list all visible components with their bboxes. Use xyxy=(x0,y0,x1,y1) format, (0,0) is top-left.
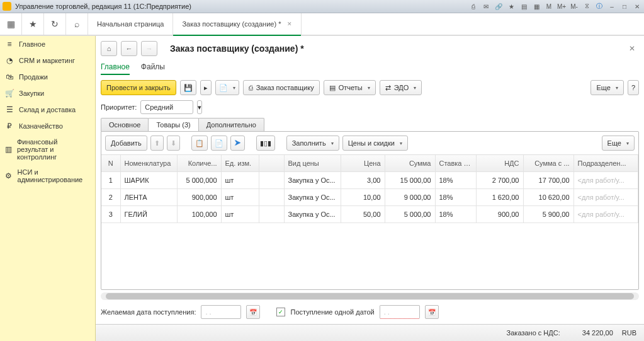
order-supplier-button[interactable]: ⎙Заказ поставщику xyxy=(243,80,320,95)
maximize-icon[interactable]: □ xyxy=(620,2,629,11)
col-sum[interactable]: Сумма xyxy=(385,155,435,172)
copy-button[interactable]: 📋 xyxy=(191,136,208,151)
post-icon: ▸ xyxy=(204,84,208,92)
sidebar-item-treasury[interactable]: ₽Казначейство xyxy=(0,118,95,134)
total-label: Заказано с НДС: xyxy=(507,329,560,337)
sidebar-item-crm[interactable]: ◔CRM и маркетинг xyxy=(0,52,95,69)
save-button[interactable]: 💾 xyxy=(180,80,196,95)
sidebar-item-label: Закупки xyxy=(19,90,44,97)
page-tab-main[interactable]: Главное xyxy=(101,60,130,75)
m-icon[interactable]: M xyxy=(545,2,553,11)
sidebar-item-main[interactable]: ≡Главное xyxy=(0,36,95,52)
tab-close-icon[interactable]: ✕ xyxy=(287,21,292,27)
footer: Заказано с НДС: 34 220,00 RUB xyxy=(96,324,644,341)
table-row[interactable]: 2ЛЕНТА900,000штЗакупка у Ос...10,009 000… xyxy=(101,189,638,206)
horizontal-scrollbar[interactable] xyxy=(101,292,639,300)
calendar-icon[interactable]: ▦ xyxy=(532,2,541,11)
goods-panel: Добавить ⬆ ⬇ 📋 📄 ⮞ ▮▯▮ Заполнить Цены и … xyxy=(101,131,639,290)
calendar-button[interactable]: 📅 xyxy=(246,305,260,319)
app-logo-icon xyxy=(3,2,11,11)
tab-start-page[interactable]: Начальная страница xyxy=(88,13,173,35)
paste-button[interactable]: 📄 xyxy=(211,136,227,151)
favorites-icon[interactable]: ★ xyxy=(22,13,44,35)
edo-button[interactable]: ⇄ЭДО xyxy=(380,80,422,95)
desired-date-label: Желаемая дата поступления: xyxy=(101,308,196,316)
sidebar-item-warehouse[interactable]: ☰Склад и доставка xyxy=(0,101,95,118)
col-vat[interactable]: НДС xyxy=(476,155,523,172)
favorite-icon[interactable]: ★ xyxy=(507,2,516,11)
priority-label: Приоритет: xyxy=(101,103,137,111)
subtab-goods[interactable]: Товары (3) xyxy=(148,118,198,131)
help-button[interactable]: ? xyxy=(628,80,639,95)
window-close-icon[interactable]: ✕ xyxy=(633,2,641,11)
move-down-button[interactable]: ⬇ xyxy=(167,136,180,151)
print-icon[interactable]: ⎙ xyxy=(469,2,478,11)
col-n[interactable]: N xyxy=(101,155,120,172)
link-icon[interactable]: 🔗 xyxy=(494,2,503,11)
home-button[interactable]: ⌂ xyxy=(101,41,117,56)
gear-icon: ⚙ xyxy=(5,171,13,180)
post-button[interactable]: ▸ xyxy=(200,80,212,95)
sidebar-item-admin[interactable]: ⚙НСИ и администрирование xyxy=(0,165,95,187)
fill-button[interactable]: Заполнить xyxy=(286,136,339,151)
single-date-input[interactable]: . . xyxy=(380,305,420,319)
share-button[interactable]: ⮞ xyxy=(230,136,245,151)
priority-select[interactable]: Средний xyxy=(140,100,193,114)
col-department[interactable]: Подразделен... xyxy=(573,155,638,172)
total-currency: RUB xyxy=(622,329,636,337)
col-price-type[interactable]: Вид цены xyxy=(284,155,341,172)
page-tab-files[interactable]: Файлы xyxy=(141,60,165,75)
tab-label: Заказ поставщику (создание) * xyxy=(182,20,281,28)
col-nomenclature[interactable]: Номенклатура xyxy=(120,155,177,172)
forward-button[interactable]: → xyxy=(141,41,157,56)
desired-date-input[interactable]: . . xyxy=(201,305,241,319)
back-button[interactable]: ← xyxy=(121,41,137,56)
sidebar-item-finance[interactable]: ▥Финансовый результат и контроллинг xyxy=(0,134,95,165)
post-and-close-button[interactable]: Провести и закрыть xyxy=(101,80,176,95)
grid-more-button[interactable]: Еще xyxy=(602,136,635,151)
history-nav-icon[interactable]: ↻ xyxy=(44,13,66,35)
reports-button[interactable]: ▤Отчеты xyxy=(324,80,376,95)
apps-icon[interactable]: ▦ xyxy=(0,13,22,35)
col-unit[interactable]: Ед. изм. xyxy=(221,155,259,172)
history-icon[interactable]: ⧖ xyxy=(582,2,591,11)
m-plus-icon[interactable]: M+ xyxy=(557,2,566,11)
search-icon[interactable]: ⌕ xyxy=(66,13,88,35)
calendar-button-2[interactable]: 📅 xyxy=(425,305,439,319)
single-date-label: Поступление одной датой xyxy=(290,308,374,316)
col-sum-vat[interactable]: Сумма с ... xyxy=(523,155,573,172)
info-icon[interactable]: ⓘ xyxy=(595,2,604,11)
table-row[interactable]: 1ШАРИК5 000,000штЗакупка у Ос...3,0015 0… xyxy=(101,172,638,189)
col-quantity[interactable]: Количе... xyxy=(177,155,221,172)
calc-icon[interactable]: ▤ xyxy=(519,2,528,11)
create-based-button[interactable]: 📄 xyxy=(215,80,239,95)
page-close-icon[interactable]: ✕ xyxy=(625,44,639,53)
sidebar-item-purchases[interactable]: 🛒Закупки xyxy=(0,85,95,101)
sidebar-item-sales[interactable]: 🛍Продажи xyxy=(0,69,95,85)
single-date-checkbox[interactable]: ✓ xyxy=(276,308,285,316)
menu-icon: ≡ xyxy=(5,40,14,49)
table-row[interactable]: 3ГЕЛИЙ100,000штЗакупка у Ос...50,005 000… xyxy=(101,206,638,223)
priority-dropdown-icon[interactable]: ▾ xyxy=(197,100,202,114)
page-title: Заказ поставщику (создание) * xyxy=(170,43,304,54)
subtab-basic[interactable]: Основное xyxy=(101,118,149,131)
mail-icon[interactable]: ✉ xyxy=(482,2,490,11)
subtab-extra[interactable]: Дополнительно xyxy=(198,118,264,131)
tab-document[interactable]: Заказ поставщику (создание) * ✕ xyxy=(173,13,302,35)
move-up-button[interactable]: ⬆ xyxy=(150,136,164,151)
chart-icon: ▥ xyxy=(5,145,12,154)
more-button[interactable]: Еще xyxy=(590,80,623,95)
m-minus-icon[interactable]: M- xyxy=(570,2,579,11)
prices-button[interactable]: Цены и скидки xyxy=(342,136,408,151)
print-icon: ⎙ xyxy=(249,84,253,91)
minimize-icon[interactable]: – xyxy=(607,2,616,11)
titlebar: Управление торговлей, редакция 11 (1С:Пр… xyxy=(0,0,644,13)
col-spacer xyxy=(259,155,284,172)
goods-table[interactable]: N Номенклатура Количе... Ед. изм. Вид це… xyxy=(101,154,638,289)
col-price[interactable]: Цена xyxy=(341,155,385,172)
cart-icon: 🛒 xyxy=(5,89,14,98)
add-button[interactable]: Добавить xyxy=(105,136,147,151)
barcode-button[interactable]: ▮▯▮ xyxy=(256,136,275,151)
sidebar-item-label: Склад и доставка xyxy=(19,106,76,113)
col-vat-rate[interactable]: Ставка Н... xyxy=(435,155,476,172)
